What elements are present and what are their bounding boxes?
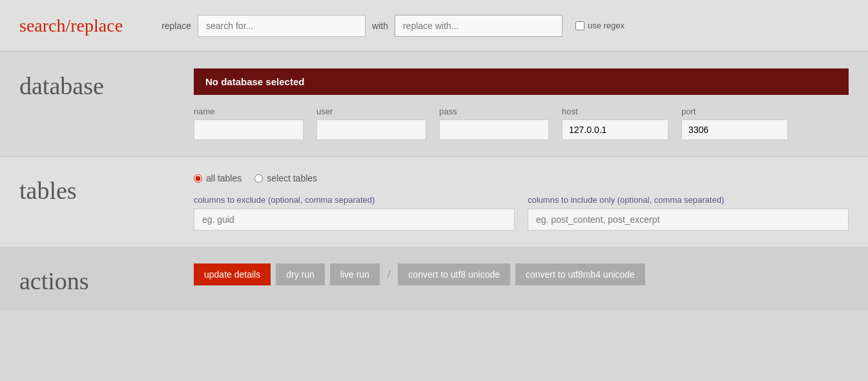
exclude-column-group: columns to exclude (optional, comma sepa… [194,195,515,231]
replace-input[interactable] [395,15,563,37]
db-pass-input[interactable] [439,119,549,140]
header: search/replace replace with use regex [0,0,868,52]
include-label: columns to include only (optional, comma… [528,195,849,205]
tables-radio-row: all tables select tables [194,173,849,183]
include-input[interactable] [528,209,849,231]
db-error-bar: No database selected [194,68,849,95]
convert-utf8-button[interactable]: convert to utf8 unicode [398,263,510,285]
tables-section-title: tables [19,173,194,205]
actions-row: update details dry run live run / conver… [194,263,849,285]
db-name-field: name [194,107,304,140]
live-run-button[interactable]: live run [330,263,380,285]
logo-replace-text: replace [70,15,123,36]
database-section: database No database selected name user … [0,52,868,156]
exclude-input[interactable] [194,209,515,231]
update-details-button[interactable]: update details [194,263,271,285]
actions-divider: / [385,269,393,280]
database-section-title: database [19,68,194,100]
db-host-field: host [562,107,668,140]
db-pass-label: pass [439,107,549,116]
logo-search: search [19,15,66,36]
exclude-label: columns to exclude (optional, comma sepa… [194,195,515,205]
database-section-content: No database selected name user pass host… [194,68,849,140]
tables-section: tables all tables select tables columns … [0,156,868,247]
select-tables-option[interactable]: select tables [254,173,317,183]
db-fields: name user pass host port [194,107,849,140]
include-column-group: columns to include only (optional, comma… [528,195,849,231]
all-tables-radio[interactable] [194,174,202,183]
use-regex-checkbox[interactable] [575,21,584,30]
db-name-label: name [194,107,304,116]
db-name-input[interactable] [194,119,304,140]
db-user-input[interactable] [316,119,426,140]
db-user-field: user [316,107,426,140]
db-pass-field: pass [439,107,549,140]
search-input[interactable] [198,15,366,37]
logo: search/replace [19,15,123,36]
all-tables-label: all tables [206,173,242,183]
db-port-input[interactable] [681,119,788,140]
replace-label: replace [161,21,191,31]
dry-run-button[interactable]: dry run [276,263,325,285]
actions-section-title: actions [19,263,194,295]
db-port-field: port [681,107,788,140]
replace-row: replace with use regex [161,15,625,37]
db-port-label: port [681,107,788,116]
select-tables-radio[interactable] [254,174,263,183]
db-user-label: user [316,107,426,116]
db-host-label: host [562,107,668,116]
convert-utf8mb4-button[interactable]: convert to utf8mb4 unicode [515,263,645,285]
tables-section-content: all tables select tables columns to excl… [194,173,849,231]
select-tables-label: select tables [267,173,317,183]
all-tables-option[interactable]: all tables [194,173,242,183]
db-host-input[interactable] [562,119,668,140]
columns-row: columns to exclude (optional, comma sepa… [194,195,849,231]
use-regex-label[interactable]: use regex [575,21,625,30]
actions-section: actions update details dry run live run … [0,247,868,311]
with-label: with [372,21,388,31]
use-regex-text: use regex [588,21,625,30]
actions-section-content: update details dry run live run / conver… [194,263,849,285]
